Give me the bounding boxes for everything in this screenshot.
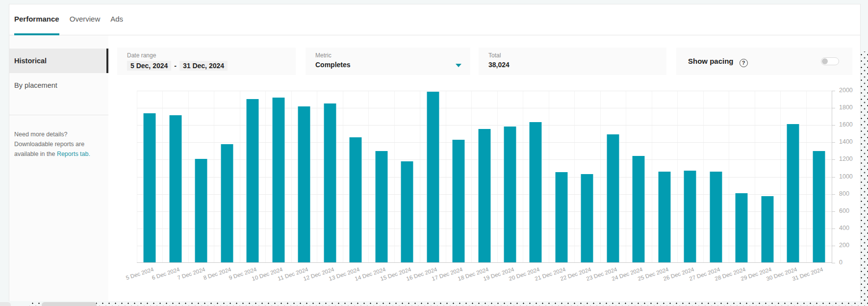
y-axis-tick-label: 1600 (839, 121, 864, 128)
bar-25-dec-2024[interactable] (658, 172, 671, 262)
horizontal-gridline (137, 108, 832, 108)
sidebar-note: Need more details? Downloadable reports … (14, 129, 102, 159)
bar-21-dec-2024[interactable] (555, 172, 568, 262)
note-line-3: available in the (14, 151, 57, 157)
y-axis-tick-label: 1800 (839, 104, 864, 111)
bar-13-dec-2024[interactable] (349, 137, 362, 263)
app-card: Performance Overview Ads Historical By p… (9, 4, 861, 301)
metric-panel: Metric Completes (306, 48, 470, 75)
tab-overview[interactable]: Overview (70, 4, 101, 35)
show-pacing-label: Show pacing? (688, 57, 748, 67)
y-axis-tick-label: 400 (839, 225, 864, 231)
y-axis-tick-label: 800 (839, 190, 864, 197)
y-axis-tick (832, 142, 835, 143)
x-axis-line (137, 262, 832, 263)
y-axis-tick (832, 229, 835, 229)
bar-27-dec-2024[interactable] (710, 172, 722, 262)
bar-10-dec-2024[interactable] (272, 98, 285, 262)
metric-label: Metric (315, 52, 332, 59)
bar-5-dec-2024[interactable] (143, 113, 156, 262)
y-axis-tick (832, 194, 835, 195)
date-range-end[interactable]: 31 Dec, 2024 (179, 61, 228, 71)
y-axis-tick-label: 1000 (839, 173, 864, 180)
canvas-background-shape (42, 302, 97, 306)
y-axis-tick-label: 2000 (839, 87, 864, 94)
tab-ads[interactable]: Ads (110, 4, 123, 35)
bar-24-dec-2024[interactable] (632, 156, 645, 262)
bar-26-dec-2024[interactable] (684, 171, 696, 262)
bar-22-dec-2024[interactable] (581, 174, 593, 262)
bar-19-dec-2024[interactable] (504, 127, 516, 262)
sidebar-item-by-placement[interactable]: By placement (9, 73, 108, 98)
y-axis-tick (832, 125, 835, 126)
y-axis-tick-label: 1200 (839, 155, 864, 162)
bar-11-dec-2024[interactable] (298, 106, 310, 262)
canvas-background-shape (0, 302, 11, 306)
y-axis-tick-label: 0 (839, 259, 864, 266)
sidebar-item-historical[interactable]: Historical (9, 49, 108, 73)
show-pacing-panel: Show pacing? (676, 48, 852, 75)
metric-select-value[interactable]: Completes (315, 61, 351, 69)
bar-12-dec-2024[interactable] (324, 103, 336, 262)
bar-29-dec-2024[interactable] (761, 196, 774, 262)
note-line-1: Need more details? (14, 131, 67, 138)
date-range-separator: - (171, 61, 179, 71)
bar-15-dec-2024[interactable] (401, 161, 413, 262)
show-pacing-toggle[interactable] (821, 57, 839, 65)
y-axis-tick (832, 211, 835, 212)
y-axis-line (832, 91, 832, 263)
bar-8-dec-2024[interactable] (221, 144, 233, 262)
date-range-panel: Date range 5 Dec, 2024-31 Dec, 2024 (117, 48, 296, 75)
y-axis-tick-label: 600 (839, 207, 864, 214)
bar-9-dec-2024[interactable] (246, 99, 259, 262)
tab-bar: Performance Overview Ads (9, 4, 860, 35)
date-range-label: Date range (127, 52, 156, 59)
horizontal-gridline (137, 125, 832, 126)
total-panel: Total 38,024 (479, 48, 666, 75)
y-axis-tick (832, 91, 835, 91)
bar-18-dec-2024[interactable] (478, 129, 491, 262)
chevron-down-icon[interactable] (456, 64, 461, 67)
bar-chart-plot: 5 Dec 20246 Dec 20247 Dec 20248 Dec 2024… (137, 91, 832, 263)
note-line-2: Downloadable reports are (14, 141, 84, 148)
y-axis-tick (832, 263, 835, 263)
sidebar-divider (9, 115, 108, 115)
total-label: Total (488, 52, 501, 59)
y-axis-tick-label: 1400 (839, 138, 864, 145)
horizontal-gridline (137, 91, 832, 91)
bar-28-dec-2024[interactable] (735, 193, 748, 262)
y-axis-tick (832, 246, 835, 246)
sidebar: Historical By placement Need more detail… (9, 35, 108, 301)
date-range-start[interactable]: 5 Dec, 2024 (127, 61, 171, 71)
toggle-knob (822, 58, 828, 64)
y-axis-tick-label: 200 (839, 242, 864, 249)
tab-performance[interactable]: Performance (14, 4, 59, 35)
reports-tab-link[interactable]: Reports tab. (57, 151, 90, 157)
bar-31-dec-2024[interactable] (813, 151, 825, 262)
y-axis-tick (832, 177, 835, 178)
bar-20-dec-2024[interactable] (529, 122, 542, 262)
bar-17-dec-2024[interactable] (452, 140, 465, 262)
main-content: Date range 5 Dec, 2024-31 Dec, 2024 Metr… (108, 35, 860, 301)
total-value: 38,024 (488, 61, 510, 69)
y-axis-tick (832, 159, 835, 160)
bar-16-dec-2024[interactable] (427, 92, 439, 262)
y-axis-tick (832, 108, 835, 108)
help-icon[interactable]: ? (740, 59, 748, 67)
bar-14-dec-2024[interactable] (375, 151, 388, 262)
bar-23-dec-2024[interactable] (607, 134, 619, 262)
bar-6-dec-2024[interactable] (169, 115, 182, 263)
date-range-value: 5 Dec, 2024-31 Dec, 2024 (127, 61, 228, 71)
bar-30-dec-2024[interactable] (787, 124, 799, 262)
show-pacing-text: Show pacing (688, 57, 734, 65)
bar-7-dec-2024[interactable] (195, 159, 207, 263)
